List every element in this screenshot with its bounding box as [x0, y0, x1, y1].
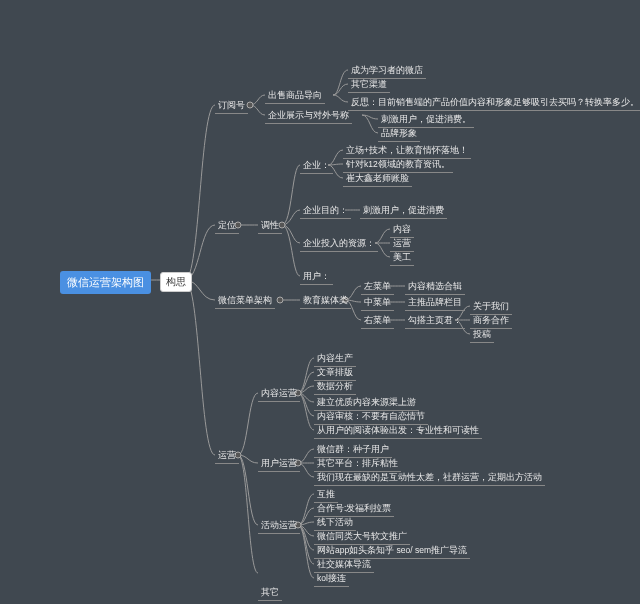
yy-nr5: 内容审核：不要有自恋情节	[314, 410, 428, 425]
l1-node[interactable]: 构思	[160, 272, 192, 292]
cd-z1: 内容精选合辑	[405, 280, 465, 295]
yy-nr3: 数据分析	[314, 380, 356, 395]
yy-nr2: 文章排版	[314, 366, 356, 381]
yy-hd3: 线下活动	[314, 516, 356, 531]
dyh-c2b: 品牌形象	[378, 127, 420, 142]
dyh-node[interactable]: 订阅号	[215, 99, 248, 114]
root-node[interactable]: 微信运营架构图	[60, 271, 151, 294]
yy-qt[interactable]: 其它	[258, 586, 282, 601]
dyh-c1c: 反思：目前销售端的产品价值内容和形象足够吸引去买吗？转换率多少。	[348, 96, 640, 111]
dw-yh[interactable]: 用户：	[300, 270, 333, 285]
yy-hd4: 微信同类大号软文推广	[314, 530, 410, 545]
cd-z[interactable]: 左菜单	[361, 280, 394, 295]
cd-r[interactable]: 右菜单	[361, 314, 394, 329]
yy-yh3: 我们现在最缺的是互动性太差，社群运营，定期出方活动	[314, 471, 545, 486]
dw-tx[interactable]: 调性	[258, 219, 282, 234]
dw-zy1: 内容	[390, 223, 414, 238]
dw-mb[interactable]: 企业目的：	[300, 204, 351, 219]
dyh-c1[interactable]: 出售商品导向	[265, 89, 325, 104]
cd-m[interactable]: 中菜单	[361, 296, 394, 311]
dw-mb1: 刺激用户，促进消费	[360, 204, 447, 219]
yy-nr[interactable]: 内容运营	[258, 387, 300, 402]
yy-yh1: 微信群：种子用户	[314, 443, 392, 458]
dyh-c2[interactable]: 企业展示与对外号称	[265, 109, 352, 124]
cd-m1: 主推品牌栏目	[405, 296, 465, 311]
dw-qy1: 立场+技术，让教育情怀落地！	[343, 144, 471, 159]
dw-node[interactable]: 定位	[215, 219, 239, 234]
yy-hd5: 网站app如头条知乎 seo/ sem推广导流	[314, 544, 470, 559]
cd-rs[interactable]: 勾搭主页君：	[405, 314, 465, 329]
yy-hd7: kol接连	[314, 572, 349, 587]
cd-jy[interactable]: 教育媒体类	[300, 294, 351, 309]
cd-r1: 关于我们	[470, 300, 512, 315]
yy-hd6: 社交媒体导流	[314, 558, 374, 573]
yy-nr1: 内容生产	[314, 352, 356, 367]
dyh-c1a: 成为学习者的微店	[348, 64, 426, 79]
dw-zy3: 美工	[390, 251, 414, 266]
dw-qy[interactable]: 企业：	[300, 159, 333, 174]
yy-nr4: 建立优质内容来源渠上游	[314, 396, 419, 411]
svg-point-4	[277, 297, 283, 303]
yy-nr6: 从用户的阅读体验出发：专业性和可读性	[314, 424, 482, 439]
cd-node[interactable]: 微信菜单架构	[215, 294, 275, 309]
dw-zy[interactable]: 企业投入的资源：	[300, 237, 378, 252]
dw-qy3: 崔大鑫老师账脸	[343, 172, 412, 187]
yy-hd[interactable]: 活动运营	[258, 519, 300, 534]
dw-qy2: 针对k12领域的教育资讯。	[343, 158, 453, 173]
yy-yh[interactable]: 用户运营	[258, 457, 300, 472]
dyh-c1b: 其它渠道	[348, 78, 390, 93]
yy-node[interactable]: 运营	[215, 449, 239, 464]
yy-hd2: 合作号:发福利拉票	[314, 502, 394, 517]
dw-zy2: 运营	[390, 237, 414, 252]
cd-r3: 投稿	[470, 328, 494, 343]
yy-yh2: 其它平台：排斥粘性	[314, 457, 401, 472]
yy-hd1: 互推	[314, 488, 338, 503]
dyh-c2a: 刺激用户，促进消费。	[378, 113, 474, 128]
cd-r2: 商务合作	[470, 314, 512, 329]
